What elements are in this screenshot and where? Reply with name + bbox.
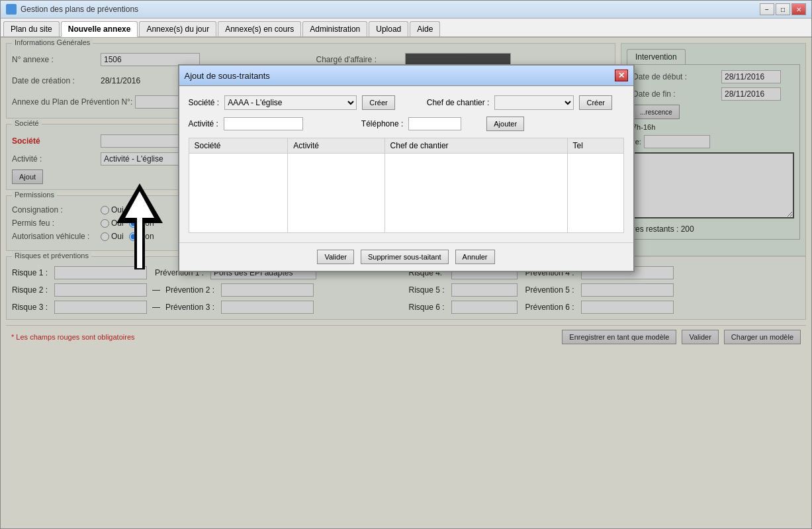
dialog-overlay: Ajout de sous-traitants ✕ Société : AAAA… <box>1 38 811 528</box>
tab-nouvelle[interactable]: Nouvelle annexe <box>61 21 138 37</box>
svg-rect-3 <box>137 218 142 268</box>
dialog-societe-creer-button[interactable]: Créer <box>362 95 395 110</box>
dialog-footer: Valider Supprimer sous-taitant Annuler <box>179 242 633 271</box>
minimize-button[interactable]: − <box>760 3 774 15</box>
dialog-row-1: Société : AAAA - L'église Créer Chef de … <box>189 95 624 110</box>
tab-annexe-jour[interactable]: Annexe(s) du jour <box>139 21 216 36</box>
empty-cell-1 <box>189 154 288 233</box>
dialog-close-button[interactable]: ✕ <box>615 70 628 81</box>
dialog-societe-select[interactable]: AAAA - L'église <box>224 95 357 110</box>
title-bar-left: Gestion des plans de préventions <box>6 4 138 15</box>
window-controls: − □ ✕ <box>760 3 806 15</box>
svg-rect-0 <box>134 216 145 269</box>
dialog-telephone-input[interactable] <box>408 117 461 130</box>
tab-annexe-cours[interactable]: Annexe(s) en cours <box>218 21 301 36</box>
dialog-activite-label: Activité : <box>189 119 218 128</box>
dialog-body: Société : AAAA - L'église Créer Chef de … <box>179 86 633 242</box>
restore-button[interactable]: □ <box>776 3 790 15</box>
main-window: Gestion des plans de préventions − □ ✕ P… <box>0 0 812 529</box>
tab-plan[interactable]: Plan du site <box>3 21 60 36</box>
dialog-ajouter-button[interactable]: Ajouter <box>486 117 524 131</box>
col-societe: Société <box>189 138 288 154</box>
arrow-annotation <box>107 177 173 285</box>
dialog-societe-label: Société : <box>189 98 220 107</box>
main-content: Informations Générales N° annexe : Charg… <box>1 38 811 528</box>
arrow-svg <box>107 177 173 283</box>
app-icon <box>6 4 17 15</box>
close-button[interactable]: ✕ <box>791 3 806 15</box>
tab-upload[interactable]: Upload <box>369 21 408 36</box>
dialog-telephone-label: Téléphone : <box>361 119 403 128</box>
dialog-chef-creer-button[interactable]: Créer <box>579 95 612 110</box>
dialog-supprimer-button[interactable]: Supprimer sous-taitant <box>361 250 449 264</box>
window-title: Gestion des plans de préventions <box>21 5 138 14</box>
tab-administration[interactable]: Administration <box>302 21 367 36</box>
title-bar: Gestion des plans de préventions − □ ✕ <box>1 1 811 19</box>
col-tel: Tel <box>567 138 623 154</box>
dialog-chef-label: Chef de chantier : <box>427 98 490 107</box>
empty-cell-3 <box>384 154 567 233</box>
dialog-title: Ajout de sous-traitants <box>185 71 270 81</box>
dialog-row-2: Activité : Téléphone : Ajouter <box>189 117 624 131</box>
dialog-valider-button[interactable]: Valider <box>317 250 353 264</box>
dialog-annuler-button[interactable]: Annuler <box>455 250 495 264</box>
col-chef: Chef de chantier <box>384 138 567 154</box>
empty-cell-4 <box>567 154 623 233</box>
empty-cell-2 <box>288 154 384 233</box>
dialog-sous-traitants: Ajout de sous-traitants ✕ Société : AAAA… <box>178 64 635 272</box>
dialog-chef-select[interactable] <box>494 95 574 110</box>
svg-marker-1 <box>116 183 163 223</box>
menu-bar: Plan du site Nouvelle annexe Annexe(s) d… <box>1 19 811 38</box>
dialog-title-bar: Ajout de sous-traitants ✕ <box>179 66 633 86</box>
col-activite: Activité <box>288 138 384 154</box>
dialog-activite-input[interactable] <box>224 117 303 130</box>
dialog-table: Société Activité Chef de chantier Tel <box>189 138 624 233</box>
tab-aide[interactable]: Aide <box>410 21 440 36</box>
svg-marker-2 <box>125 191 154 218</box>
